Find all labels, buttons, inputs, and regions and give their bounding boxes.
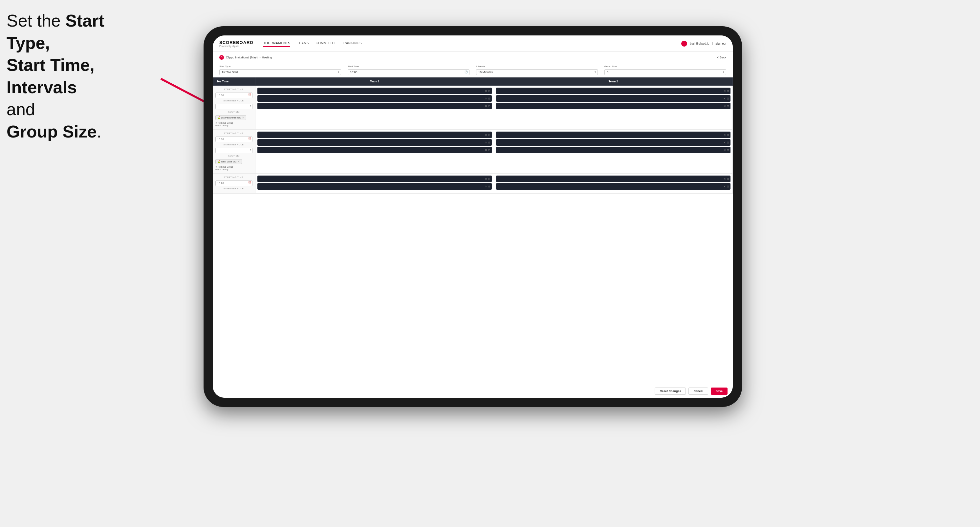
intervals-wrap: 10 Minutes 8 Minutes 12 Minutes — [476, 68, 598, 75]
player-16-expand-icon[interactable]: ⊡ — [727, 185, 729, 188]
player-1-x-icon[interactable]: ✕ — [485, 90, 487, 92]
player-1-actions: ✕ ⊡ — [485, 90, 490, 92]
group-3-team2: ✕ ⊡ ✕ ⊡ — [494, 174, 733, 193]
player-10-actions: ✕ ⊡ — [724, 133, 729, 137]
player-11-expand-icon[interactable]: ⊡ — [727, 141, 729, 144]
player-8-expand-icon[interactable]: ⊡ — [488, 141, 490, 144]
group-1-course-name: (A) Peachtree GC — [221, 116, 241, 119]
group-2-course-remove-icon[interactable]: ✕ — [238, 160, 240, 163]
group-1-time-input[interactable] — [215, 92, 253, 98]
annotation-line1: Set the — [6, 11, 65, 30]
group-1-add-label: + Add Group — [215, 124, 229, 127]
player-12-actions: ✕ ⊡ — [724, 149, 729, 152]
annotation-period: . — [97, 122, 101, 141]
player-13-expand-icon[interactable]: ⊡ — [488, 178, 490, 181]
player-row: ✕ ⊡ — [496, 147, 730, 153]
group-3-panel: STARTING TIME: ⏰ STARTING HOLE: ✕ ⊡ — [213, 174, 733, 193]
player-row: ✕ ⊡ — [258, 139, 492, 146]
player-12-x-icon[interactable]: ✕ — [724, 149, 726, 152]
navbar: SCOREBOARD Powered by clipp.io TOURNAMEN… — [213, 35, 733, 52]
annotation-bold2: Start Time, — [6, 56, 95, 75]
player-10-expand-icon[interactable]: ⊡ — [727, 133, 729, 137]
tablet-device: SCOREBOARD Powered by clipp.io TOURNAMEN… — [204, 26, 742, 407]
nav-committee[interactable]: COMMITTEE — [315, 40, 337, 47]
player-row: ✕ ⊡ — [258, 176, 492, 182]
player-1-expand-icon[interactable]: ⊡ — [488, 90, 490, 92]
start-type-select-wrap: 1st Tee Start Shotgun Start — [219, 68, 341, 75]
player-14-expand-icon[interactable]: ⊡ — [488, 185, 490, 188]
schedule-table: Tee Time Team 1 Team 2 STARTING TIME: ⏰ … — [213, 78, 733, 384]
group-1-course-tag: ⛳ (A) Peachtree GC ✕ — [215, 115, 246, 120]
player-10-x-icon[interactable]: ✕ — [724, 133, 726, 137]
group-2-hole-wrap: 1210 — [215, 147, 253, 153]
player-2-x-icon[interactable]: ✕ — [485, 97, 487, 100]
player-9-actions: ✕ ⊡ — [485, 149, 490, 152]
start-type-select[interactable]: 1st Tee Start Shotgun Start — [219, 69, 341, 75]
player-3-expand-icon[interactable]: ⊡ — [488, 105, 490, 108]
player-11-x-icon[interactable]: ✕ — [724, 141, 726, 144]
player-7-expand-icon[interactable]: ⊡ — [488, 133, 490, 137]
user-avatar — [681, 41, 687, 47]
remove-circle-2-icon: ○ — [215, 165, 217, 168]
group-1-course-flag-icon: ⛳ — [217, 116, 220, 119]
player-3-actions: ✕ ⊡ — [485, 105, 490, 108]
player-2-expand-icon[interactable]: ⊡ — [488, 97, 490, 100]
player-8-x-icon[interactable]: ✕ — [485, 141, 487, 144]
group-2-hole-label: STARTING HOLE: — [215, 143, 253, 146]
breadcrumb-bar: C Clippd Invitational (May) > Hosting < … — [213, 52, 733, 63]
save-button[interactable]: Save — [711, 387, 727, 395]
start-time-select[interactable]: 10:00 09:00 11:00 — [348, 69, 469, 75]
nav-rankings[interactable]: RANKINGS — [344, 40, 362, 47]
player-row: ✕ ⊡ — [258, 147, 492, 153]
player-3-x-icon[interactable]: ✕ — [485, 105, 487, 108]
player-5-x-icon[interactable]: ✕ — [724, 97, 726, 100]
footer-bar: Reset Changes Cancel Save — [213, 384, 733, 398]
player-row: ✕ ⊡ — [496, 132, 730, 138]
group-block-2: STARTING TIME: ⏰ STARTING HOLE: 1210 COU… — [213, 130, 733, 174]
player-15-expand-icon[interactable]: ⊡ — [727, 178, 729, 181]
logo-sub: Powered by clipp.io — [219, 45, 253, 47]
player-14-x-icon[interactable]: ✕ — [485, 185, 487, 188]
nav-tournaments[interactable]: TOURNAMENTS — [263, 40, 291, 47]
group-3-time-input[interactable] — [215, 181, 253, 186]
player-9-x-icon[interactable]: ✕ — [485, 149, 487, 152]
tournament-breadcrumb[interactable]: Clippd Invitational (May) — [226, 56, 258, 59]
group-2-hole-select[interactable]: 1210 — [215, 148, 253, 153]
player-4-x-icon[interactable]: ✕ — [724, 90, 726, 92]
player-15-x-icon[interactable]: ✕ — [724, 178, 726, 181]
player-9-expand-icon[interactable]: ⊡ — [488, 149, 490, 152]
group-2-remove-link[interactable]: ○ Remove Group — [215, 165, 253, 168]
player-6-x-icon[interactable]: ✕ — [724, 105, 726, 108]
group-1-panel: STARTING TIME: ⏰ STARTING HOLE: 1210 COU… — [213, 86, 733, 129]
player-5-expand-icon[interactable]: ⊡ — [727, 97, 729, 100]
sign-out-link[interactable]: Sign out — [715, 42, 726, 45]
group-1-hole-select[interactable]: 1210 — [215, 104, 253, 109]
group-2-add-link[interactable]: + Add Group — [215, 168, 253, 171]
player-13-x-icon[interactable]: ✕ — [485, 178, 487, 181]
reset-changes-button[interactable]: Reset Changes — [655, 387, 686, 395]
player-4-expand-icon[interactable]: ⊡ — [727, 90, 729, 92]
nav-right: blair@clippd.io | Sign out — [681, 41, 726, 47]
player-5-actions: ✕ ⊡ — [724, 97, 729, 100]
group-2-remove-label: Remove Group — [218, 166, 233, 168]
nav-teams[interactable]: TEAMS — [297, 40, 309, 47]
player-12-expand-icon[interactable]: ⊡ — [727, 149, 729, 152]
group-1-course-remove-icon[interactable]: ✕ — [242, 116, 244, 119]
start-type-field: Start Type 1st Tee Start Shotgun Start — [219, 65, 341, 75]
group-1-remove-link[interactable]: ○ Remove Group — [215, 121, 253, 124]
cancel-button[interactable]: Cancel — [689, 387, 708, 395]
player-6-expand-icon[interactable]: ⊡ — [727, 105, 729, 108]
group-1-course-label: COURSE: — [215, 111, 253, 113]
app-logo: SCOREBOARD Powered by clipp.io — [219, 40, 253, 47]
group-2-time-input[interactable] — [215, 137, 253, 142]
intervals-select[interactable]: 10 Minutes 8 Minutes 12 Minutes — [476, 69, 598, 75]
back-button[interactable]: < Back — [717, 56, 726, 59]
group-size-select[interactable]: 3 2 4 — [605, 69, 726, 75]
group-1-add-link[interactable]: + Add Group — [215, 124, 253, 127]
group-2-panel: STARTING TIME: ⏰ STARTING HOLE: 1210 COU… — [213, 130, 733, 173]
player-16-x-icon[interactable]: ✕ — [724, 185, 726, 188]
player-row: ✕ ⊡ — [258, 132, 492, 138]
group-1-time-icon: ⏰ — [248, 94, 251, 96]
player-7-x-icon[interactable]: ✕ — [485, 133, 487, 137]
logo-text: SCOREBOARD — [219, 40, 253, 45]
